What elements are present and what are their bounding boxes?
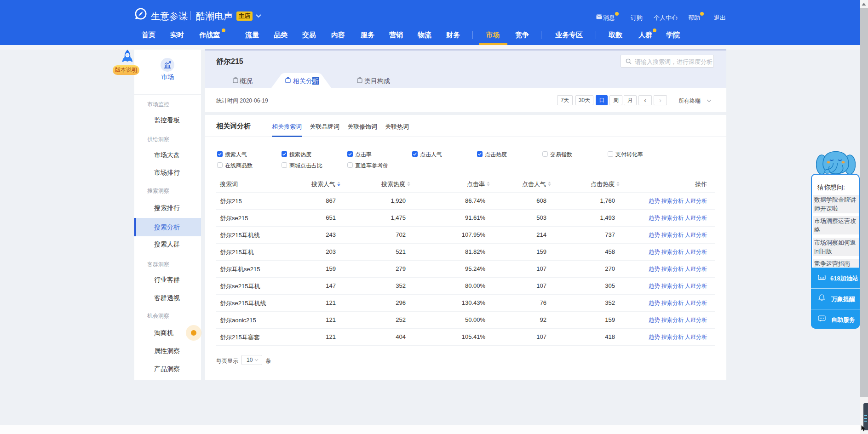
svg-text:618: 618	[820, 276, 825, 279]
